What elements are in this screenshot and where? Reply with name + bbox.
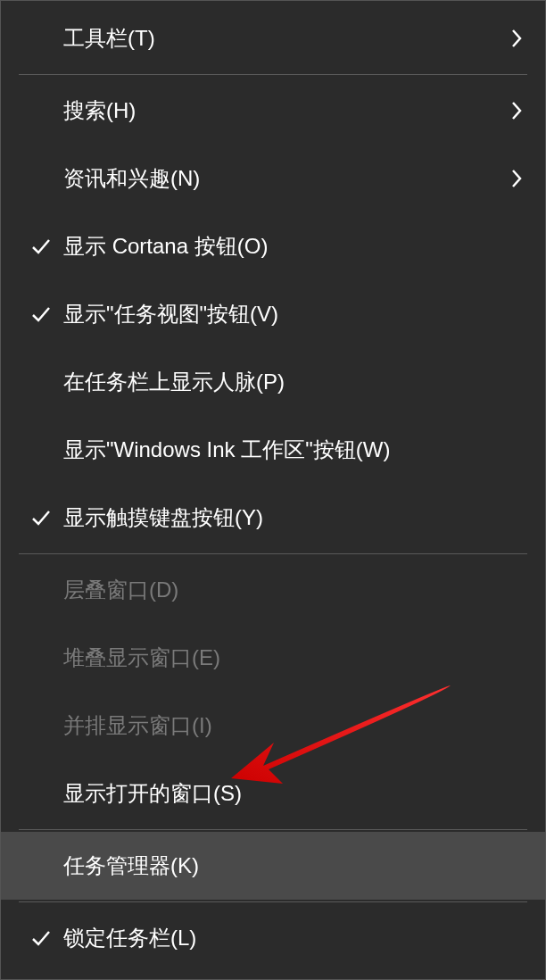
menu-item-label: 显示 Cortana 按钮(O) [63,232,524,261]
menu-item-label: 显示触摸键盘按钮(Y) [63,503,524,532]
menu-item-cortana[interactable]: 显示 Cortana 按钮(O) [1,212,545,280]
menu-item-label: 层叠窗口(D) [63,576,524,604]
menu-item-label: 显示"任务视图"按钮(V) [63,300,524,328]
menu-item-label: 任务管理器(K) [63,851,524,880]
check-icon [19,506,63,529]
menu-item-label: 在任务栏上显示人脉(P) [63,368,524,396]
check-icon [19,926,63,950]
menu-item-label: 工具栏(T) [63,24,497,53]
chevron-right-icon [497,27,524,50]
menu-item-cascade: 层叠窗口(D) [1,556,545,624]
menu-item-label: 锁定任务栏(L) [63,924,524,952]
menu-item-taskmgr[interactable]: 任务管理器(K) [1,832,545,900]
menu-item-label: 显示打开的窗口(S) [63,779,524,808]
menu-item-label: 堆叠显示窗口(E) [63,644,524,672]
menu-item-showopen[interactable]: 显示打开的窗口(S) [1,760,545,827]
menu-item-toolbars[interactable]: 工具栏(T) [1,4,545,72]
context-menu: 工具栏(T) 搜索(H) 资讯和兴趣(N) 显示 Cortana 按钮(O) 显… [0,0,546,980]
menu-item-label: 显示"Windows Ink 工作区"按钮(W) [63,436,524,464]
menu-item-lock[interactable]: 锁定任务栏(L) [1,904,545,972]
menu-separator [19,553,527,554]
menu-item-label: 搜索(H) [63,96,497,125]
menu-separator [19,74,527,75]
menu-item-stacked: 堆叠显示窗口(E) [1,624,545,692]
menu-item-news[interactable]: 资讯和兴趣(N) [1,145,545,212]
menu-item-ink[interactable]: 显示"Windows Ink 工作区"按钮(W) [1,416,545,484]
menu-item-sidebyside: 并排显示窗口(I) [1,692,545,760]
menu-item-label: 资讯和兴趣(N) [63,164,497,193]
menu-item-taskview[interactable]: 显示"任务视图"按钮(V) [1,280,545,348]
chevron-right-icon [497,99,524,122]
chevron-right-icon [497,167,524,190]
menu-item-search[interactable]: 搜索(H) [1,77,545,145]
check-icon [19,303,63,326]
check-icon [19,235,63,258]
menu-separator [19,901,527,902]
menu-item-touchkb[interactable]: 显示触摸键盘按钮(Y) [1,484,545,552]
menu-item-settings[interactable]: 任务栏设置(T) [1,972,545,980]
menu-item-label: 并排显示窗口(I) [63,711,524,740]
menu-separator [19,829,527,830]
menu-item-people[interactable]: 在任务栏上显示人脉(P) [1,348,545,416]
